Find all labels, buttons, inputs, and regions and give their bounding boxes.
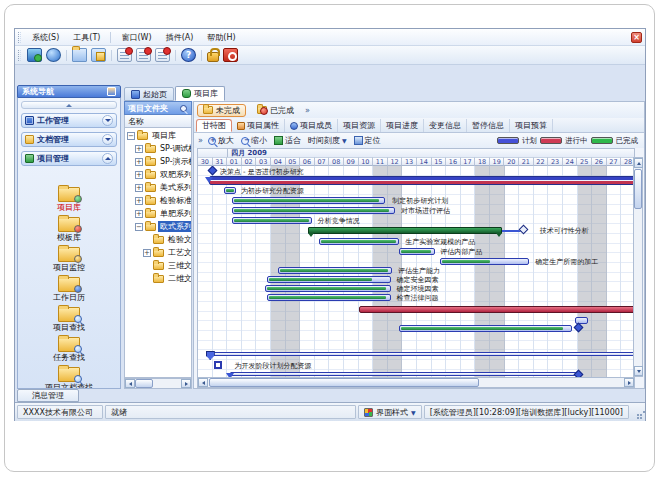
- sidebar-item-模板库[interactable]: 模板库: [18, 217, 120, 246]
- sidebar-item-项目监控[interactable]: 项目监控: [18, 247, 120, 276]
- sidebar-item-工作日历[interactable]: 工作日历: [18, 277, 120, 306]
- tree-row-单肥系列[interactable]: +单肥系列: [125, 207, 191, 220]
- menu-item-2[interactable]: 工具(T): [66, 30, 107, 45]
- pin-icon[interactable]: [179, 104, 188, 113]
- gantt-vertical-scrollbar[interactable]: [633, 157, 643, 377]
- expand-plus-icon[interactable]: +: [135, 145, 143, 153]
- gantt-tab-暂停信息[interactable]: 暂停信息: [467, 119, 510, 132]
- tool-适合[interactable]: 适合: [272, 134, 303, 147]
- gantt-bar[interactable]: [399, 248, 434, 255]
- gantt-bar[interactable]: [267, 276, 391, 283]
- exit-icon[interactable]: [223, 48, 238, 62]
- sidebar-item-项目库[interactable]: 项目库: [18, 187, 120, 216]
- gantt-bar[interactable]: [210, 352, 635, 356]
- help-icon[interactable]: [181, 48, 196, 62]
- filter-已完成[interactable]: 已完成: [251, 104, 300, 117]
- toolbar-overflow-icon[interactable]: »: [198, 136, 203, 145]
- gantt-tab-项目进度[interactable]: 项目进度: [381, 119, 424, 132]
- gantt-tab-项目预算[interactable]: 项目预算: [510, 119, 553, 132]
- scroll-left-icon[interactable]: [125, 379, 135, 388]
- marker-tri[interactable]: [205, 177, 213, 183]
- menu-item-4[interactable]: 插件(A): [159, 30, 201, 45]
- gantt-bar[interactable]: [230, 372, 579, 376]
- tool-定位[interactable]: 定位: [352, 134, 383, 147]
- sidebar-item-项目查找[interactable]: 项目查找: [18, 307, 120, 336]
- gantt-tab-项目属性[interactable]: 项目属性: [232, 119, 285, 132]
- close-tab-button[interactable]: ×: [631, 32, 642, 43]
- expand-plus-icon[interactable]: +: [143, 249, 151, 257]
- sidebar-group-1[interactable]: 工作管理: [21, 113, 117, 128]
- scroll-right-icon[interactable]: [181, 379, 191, 388]
- scroll-right-icon[interactable]: [624, 378, 634, 387]
- scroll-thumb[interactable]: [209, 378, 479, 387]
- tree-row-SP-调试机系[interactable]: +SP-调试机系: [125, 142, 191, 155]
- expand-plus-icon[interactable]: +: [135, 184, 143, 192]
- gantt-bar[interactable]: [308, 227, 502, 234]
- more-chevron-icon[interactable]: »: [305, 106, 310, 115]
- tree-row-三维文件[interactable]: 三维文件: [125, 259, 191, 272]
- collapse-minus-icon[interactable]: −: [135, 223, 143, 231]
- tool-缩小[interactable]: 缩小: [239, 134, 269, 147]
- report-new-icon[interactable]: [117, 48, 132, 62]
- interface-style-button[interactable]: 界面样式 ▼: [358, 405, 422, 419]
- filter-未完成[interactable]: 未完成: [197, 104, 246, 117]
- chevron-up-icon[interactable]: [102, 153, 113, 164]
- gantt-tab-甘特图[interactable]: 甘特图: [196, 119, 232, 132]
- marker-diamond_hollow[interactable]: [518, 225, 528, 235]
- chevron-down-icon[interactable]: [102, 134, 113, 145]
- tree-row-检验标准[interactable]: +检验标准: [125, 194, 191, 207]
- tab-项目库[interactable]: 项目库: [175, 86, 225, 101]
- gantt-bar[interactable]: [359, 306, 635, 313]
- gantt-tab-项目资源[interactable]: 项目资源: [338, 119, 381, 132]
- gantt-bar[interactable]: [278, 267, 392, 274]
- scroll-down-icon[interactable]: [634, 366, 643, 376]
- folder-chart-icon[interactable]: [91, 48, 106, 62]
- sidebar-item-任务查找[interactable]: 任务查找: [18, 337, 120, 366]
- marker-diamond[interactable]: [207, 166, 217, 175]
- scroll-left-icon[interactable]: [198, 378, 208, 387]
- tree-row-检验文件[interactable]: 检验文件: [125, 233, 191, 246]
- sidebar-item-项目文档查找[interactable]: 项目文档查找: [18, 367, 120, 389]
- tool-时间刻度[interactable]: 时间刻度▼: [306, 134, 349, 147]
- gantt-bar[interactable]: [232, 207, 396, 214]
- gantt-bar[interactable]: [209, 176, 635, 185]
- tree-row-欧式系列[interactable]: −欧式系列: [125, 220, 191, 233]
- sidebar-group-3[interactable]: 项目管理: [21, 151, 117, 166]
- gantt-bar[interactable]: [265, 285, 391, 292]
- menu-item-3[interactable]: 窗口(W): [114, 30, 158, 45]
- tree-row-SP-演示机系[interactable]: +SP-演示机系: [125, 155, 191, 168]
- gantt-bar[interactable]: [267, 294, 391, 301]
- report-flag-icon[interactable]: [155, 48, 170, 62]
- tree-row-项目库[interactable]: −项目库: [125, 129, 191, 142]
- menu-item-1[interactable]: 系统(S): [25, 30, 66, 45]
- gantt-bar[interactable]: [232, 217, 312, 224]
- expand-plus-icon[interactable]: +: [135, 210, 143, 218]
- tab-起始页[interactable]: 起始页: [124, 87, 174, 101]
- tool-放大[interactable]: 放大: [206, 134, 236, 147]
- sidebar-group-2[interactable]: 文档管理: [21, 132, 117, 147]
- collapse-minus-icon[interactable]: −: [127, 132, 135, 140]
- marker-square[interactable]: [214, 361, 222, 369]
- web-icon[interactable]: [46, 48, 61, 62]
- expand-plus-icon[interactable]: +: [135, 158, 143, 166]
- lock-icon[interactable]: [207, 52, 219, 62]
- expand-plus-icon[interactable]: +: [135, 197, 143, 205]
- tree-row-美式系列[interactable]: +美式系列: [125, 181, 191, 194]
- chevron-down-icon[interactable]: [102, 115, 113, 126]
- message-management-tab[interactable]: 消息管理: [17, 389, 79, 402]
- marker-flag[interactable]: [206, 351, 215, 360]
- scroll-thumb[interactable]: [634, 169, 642, 209]
- tree-row-双肥系列[interactable]: +双肥系列: [125, 168, 191, 181]
- scroll-thumb[interactable]: [135, 379, 153, 388]
- gantt-bar[interactable]: [399, 325, 571, 332]
- report-alert-icon[interactable]: [136, 48, 151, 62]
- gantt-bar[interactable]: [319, 238, 399, 245]
- gantt-horizontal-scrollbar[interactable]: [197, 377, 635, 388]
- expand-plus-icon[interactable]: +: [135, 171, 143, 179]
- resize-grip[interactable]: [633, 407, 643, 417]
- tree-horizontal-scrollbar[interactable]: [124, 378, 192, 389]
- folder-icon[interactable]: [72, 48, 87, 62]
- tree-column-header[interactable]: 名称: [124, 115, 192, 128]
- update-icon[interactable]: [27, 48, 42, 62]
- gantt-bar[interactable]: [232, 197, 385, 204]
